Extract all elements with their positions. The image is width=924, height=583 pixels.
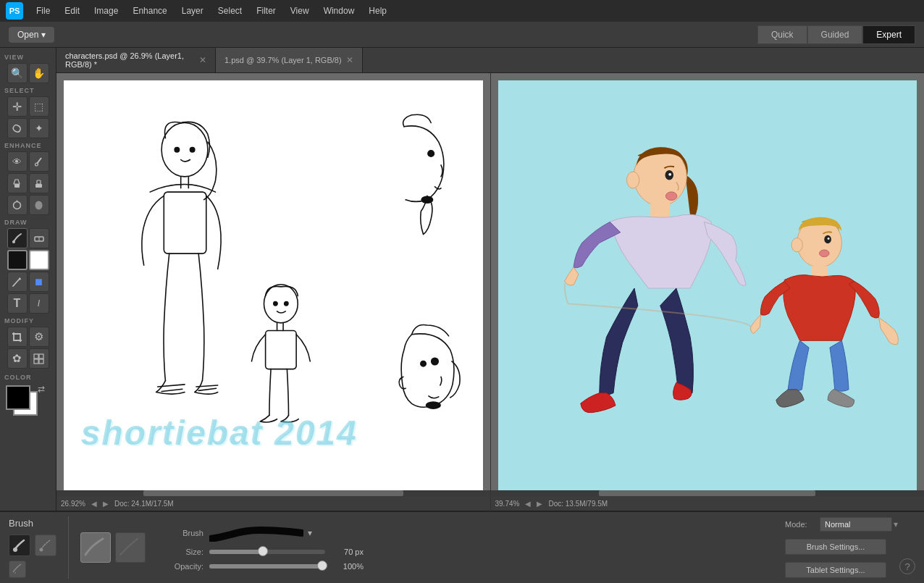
brush-opacity-slider[interactable] [209,564,325,569]
canvas1-statusbar: 26.92% ◀ ▶ Doc: 24.1M/17.5M [56,496,490,511]
tab2-close[interactable]: ✕ [346,55,353,65]
brush-size-thumb[interactable] [258,546,268,556]
brush-color-replace-icon[interactable] [9,561,26,578]
svg-rect-3 [14,184,20,188]
brush-settings-button[interactable]: Brush Settings... [785,539,886,555]
document-tab-1[interactable]: characters.psd @ 26.9% (Layer1, RGB/8) *… [56,48,216,72]
brush-impressionist-icon[interactable] [35,534,56,556]
menu-image[interactable]: Image [88,3,124,19]
menu-help[interactable]: Help [363,3,392,19]
menu-bar: PS File Edit Image Enhance Layer Select … [0,0,924,22]
brush-preview-1[interactable] [80,532,111,563]
svg-point-30 [285,302,288,306]
hand-tool[interactable]: ✋ [29,63,49,83]
svg-point-41 [668,173,671,176]
marquee-tool[interactable]: ⬚ [29,96,49,117]
stamp-tool[interactable] [29,173,49,193]
menu-filter[interactable]: Filter [251,3,282,19]
menu-file[interactable]: File [30,3,56,19]
canvas1-nav-left[interactable]: ◀ [91,500,97,508]
brush-type-row: Brush ▾ [160,524,776,542]
red-eye-tool[interactable]: 👁 [7,151,28,172]
tab1-close[interactable]: ✕ [199,55,206,65]
mode-dropdown[interactable]: Normal [820,517,892,532]
brush-panel-divider [68,516,69,579]
svg-point-51 [13,548,17,552]
mode-settings-section: Mode: Normal ▾ Brush Settings... Tablet … [785,516,915,579]
canvas1-hscroll-thumb[interactable] [143,490,403,496]
svg-point-34 [428,151,434,157]
menu-window[interactable]: Window [318,3,361,19]
eraser-tool[interactable] [29,228,49,248]
transform-tool[interactable]: ⚙ [29,327,49,347]
document-tabs-bar: characters.psd @ 26.9% (Layer1, RGB/8) *… [56,48,924,73]
paint-bucket-tool[interactable] [7,173,28,193]
canvas2-statusbar: 39.74% ◀ ▶ Doc: 13.5M/79.5M [491,496,925,511]
svg-line-25 [161,389,182,391]
content-aware-tool[interactable] [29,348,49,369]
move-tool[interactable]: ✛ [7,96,28,117]
canvas-panel-2: 39.74% ◀ ▶ Doc: 13.5M/79.5M [491,73,925,511]
menu-enhance[interactable]: Enhance [127,3,172,19]
tab-quick[interactable]: Quick [757,25,807,44]
menu-layer[interactable]: Layer [176,3,209,19]
brush-opacity-thumb[interactable] [317,561,327,571]
eyedropper-tool[interactable] [29,151,49,172]
canvas2-hscrollbar[interactable] [491,490,925,496]
canvas2-nav-left[interactable]: ◀ [525,500,531,508]
brush-opacity-row: Opacity: 100% [160,562,776,571]
zoom-tool[interactable]: 🔍 [7,63,28,83]
brush-size-slider[interactable] [209,550,325,554]
crop-tool[interactable] [7,327,28,347]
brush-extra-icon [9,561,56,578]
modify-section-label: MODIFY [0,314,56,326]
brush-tool[interactable] [7,228,28,248]
menu-select[interactable]: Select [212,3,248,19]
brush-preview-2[interactable] [115,532,146,563]
lasso-tool[interactable] [7,118,28,138]
canvas2-zoom: 39.74% [495,500,520,508]
blur-tool[interactable] [29,195,49,215]
tab-expert[interactable]: Expert [862,25,915,44]
pencil-tool[interactable] [7,272,28,292]
brush-type-label: Brush [160,529,203,537]
menu-view[interactable]: View [285,3,315,19]
warp-tool[interactable]: ✿ [7,348,28,369]
mode-dropdown-arrow[interactable]: ▾ [894,519,898,529]
svg-rect-33 [266,330,297,369]
shape-tool[interactable]: ■ [29,272,49,292]
foreground-color-well[interactable] [6,385,30,410]
brush-standard-icon[interactable] [9,534,30,556]
help-icon[interactable]: ? [899,558,915,574]
svg-point-37 [421,361,426,366]
canvas-inner-2[interactable] [498,80,917,496]
text-tool[interactable]: T [7,293,28,314]
svg-point-6 [14,201,21,209]
open-button[interactable]: Open ▾ [9,27,54,43]
sketch-artwork [64,80,483,496]
foreground-color-swatch[interactable] [7,250,28,270]
brush-panel: Brush Brush [0,511,924,583]
svg-point-29 [274,302,277,306]
enhance-tools-row1: 👁 [0,151,56,172]
canvas2-hscroll-thumb[interactable] [599,490,815,496]
brush-opacity-value: 100% [331,562,364,571]
app-logo: PS [6,2,23,20]
burn-tool[interactable] [7,195,28,215]
swap-colors-icon[interactable]: ⇄ [38,384,45,394]
svg-line-12 [13,279,20,286]
canvas1-nav-right[interactable]: ▶ [103,500,109,508]
tab-guided[interactable]: Guided [807,25,863,44]
svg-point-8 [35,201,43,209]
brush-type-dropdown-arrow[interactable]: ▾ [308,528,312,538]
canvas1-hscrollbar[interactable] [56,490,490,496]
canvas2-nav-right[interactable]: ▶ [537,500,542,508]
tablet-settings-button[interactable]: Tablet Settings... [785,562,886,578]
magic-wand-tool[interactable]: ✦ [29,118,49,138]
background-color-swatch[interactable] [29,250,49,270]
text-eraser-tool[interactable]: I [29,293,49,314]
document-tab-2[interactable]: 1.psd @ 39.7% (Layer 1, RGB/8) ✕ [216,48,363,72]
canvas-inner-1[interactable]: shortiebat 2014 [64,80,483,496]
modify-tools-row2: ✿ [0,348,56,369]
menu-edit[interactable]: Edit [59,3,85,19]
